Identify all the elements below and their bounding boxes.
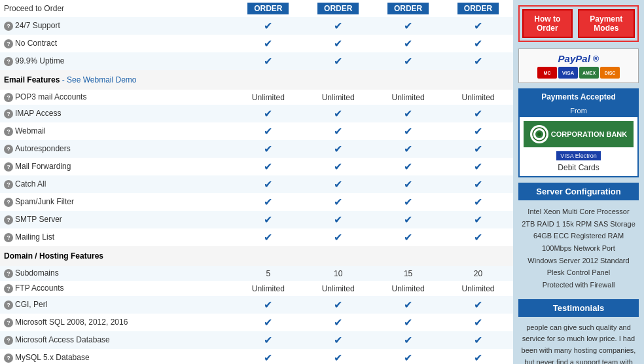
table-row: ?No Contract ✔ ✔ ✔ ✔ [0,35,513,52]
catch-all-label: ?Catch All [0,175,233,193]
check-icon: ✔ [474,143,482,155]
pop3-label: ?POP3 mail Accounts [0,90,233,105]
paypal-section: PayPal ® MC VISA AMEX DISC [518,48,639,83]
order-btn-col4[interactable]: ORDER [443,0,513,17]
check-icon: ✔ [334,161,342,172]
visa-electron-label: VISA Electron [556,151,601,160]
help-icon[interactable]: ? [4,109,13,118]
server-line-5: Windows Server 2012 Standard [521,255,636,267]
order-btn-col3[interactable]: ORDER [373,0,443,17]
help-icon[interactable]: ? [4,39,13,48]
debit-cards-label: Debit Cards [524,163,634,172]
order-button-2[interactable]: ORDER [317,3,359,14]
check-icon: ✔ [404,20,412,31]
mailing-list-label: ?Mailing List [0,228,233,246]
help-icon[interactable]: ? [4,57,13,66]
help-icon[interactable]: ? [4,233,13,242]
testimonials-section: Testimonials people can give such qualit… [518,299,639,364]
no-contract-label: ?No Contract [0,35,233,52]
imap-label: ?IMAP Access [0,105,233,122]
mssql-label: ?Microsoft SQL 2008, 2012, 2016 [0,314,233,331]
visa-icon: VISA [558,67,578,79]
table-row: ?99.9% Uptime ✔ ✔ ✔ ✔ [0,52,513,70]
check-icon: ✔ [334,126,342,137]
payment-modes-button[interactable]: Payment Modes [578,9,635,38]
right-sidebar: How to Order Payment Modes PayPal ® MC V… [513,0,644,364]
payments-accepted-header: Payments Accepted [518,88,639,105]
table-row: ?Subdomains 5 10 15 20 [0,266,513,281]
check-icon: ✔ [334,214,342,225]
features-table-panel: Proceed to Order ORDER ORDER ORDER ORDER… [0,0,513,364]
help-icon[interactable]: ? [4,93,13,102]
check-icon: ✔ [334,196,342,208]
help-icon[interactable]: ? [4,354,13,363]
check-icon: ✔ [264,38,272,49]
table-row: ?Catch All ✔ ✔ ✔ ✔ [0,175,513,193]
help-icon[interactable]: ? [4,180,13,189]
subdomains-label: ?Subdomains [0,266,233,281]
check-icon: ✔ [334,38,342,49]
check-icon: ✔ [474,179,482,190]
smtp-label: ?SMTP Server [0,211,233,228]
check-icon: ✔ [404,38,412,49]
card-icons-row: MC VISA AMEX DISC [523,67,634,79]
help-icon[interactable]: ? [4,162,13,172]
help-icon[interactable]: ? [4,127,13,136]
table-row: ?Microsoft Access Database ✔ ✔ ✔ ✔ [0,331,513,349]
spam-filter-label: ?Spam/Junk Filter [0,193,233,211]
how-to-order-button[interactable]: How to Order [522,9,573,38]
help-icon[interactable]: ? [4,198,13,207]
order-button-3[interactable]: ORDER [387,3,429,14]
table-row: ?SMTP Server ✔ ✔ ✔ ✔ [0,211,513,228]
table-row: ?Spam/Junk Filter ✔ ✔ ✔ ✔ [0,193,513,211]
check-icon: ✔ [264,126,272,137]
help-icon[interactable]: ? [4,336,13,345]
check-icon: ✔ [404,299,412,310]
check-icon: ✔ [264,299,272,310]
check-icon: ✔ [474,299,482,310]
mysql-label: ?MySQL 5.x Database [0,349,233,364]
help-icon[interactable]: ? [4,300,13,310]
help-icon[interactable]: ? [4,215,13,225]
help-icon[interactable]: ? [4,318,13,327]
table-row: ?CGI, Perl ✔ ✔ ✔ ✔ [0,296,513,314]
check-icon: ✔ [404,317,412,328]
table-row: ?Autoresponders ✔ ✔ ✔ ✔ [0,140,513,158]
check-icon: ✔ [404,335,412,346]
ftp-label: ?FTP Accounts [0,281,233,296]
help-icon[interactable]: ? [4,284,13,293]
check-icon: ✔ [474,352,482,363]
server-config-header: Server Configuration [518,183,639,200]
server-line-6: Plesk Control Panel [521,266,636,279]
see-webmail-demo-link[interactable]: - See Webmail Demo [62,75,137,84]
check-icon: ✔ [334,299,342,310]
check-icon: ✔ [264,108,272,119]
check-icon: ✔ [404,214,412,225]
check-icon: ✔ [264,335,272,346]
corporation-bank-logo: CORPORATION BANK [524,121,634,147]
corp-bank-name: CORPORATION BANK [551,130,628,138]
order-button-1[interactable]: ORDER [247,3,289,14]
email-section-title: Email Features - See Webmail Demo [0,70,513,90]
check-icon: ✔ [474,161,482,172]
check-icon: ✔ [264,179,272,190]
mastercard-icon: MC [537,67,557,79]
check-icon: ✔ [404,161,412,172]
testimonials-content: people can give such quality and service… [518,319,639,364]
check-icon: ✔ [404,179,412,190]
check-icon: ✔ [334,335,342,346]
help-icon[interactable]: ? [4,145,13,154]
order-button-4[interactable]: ORDER [457,3,499,14]
check-icon: ✔ [264,232,272,243]
check-icon: ✔ [474,196,482,208]
order-btn-col1[interactable]: ORDER [233,0,303,17]
help-icon[interactable]: ? [4,269,13,278]
check-icon: ✔ [474,126,482,137]
help-icon[interactable]: ? [4,22,13,31]
email-section-header: Email Features - See Webmail Demo [0,70,513,90]
check-icon: ✔ [404,352,412,363]
check-icon: ✔ [334,179,342,190]
table-row: ?24/7 Support ✔ ✔ ✔ ✔ [0,17,513,35]
order-btn-col2[interactable]: ORDER [303,0,373,17]
table-row: ?POP3 mail Accounts Unlimited Unlimited … [0,90,513,105]
